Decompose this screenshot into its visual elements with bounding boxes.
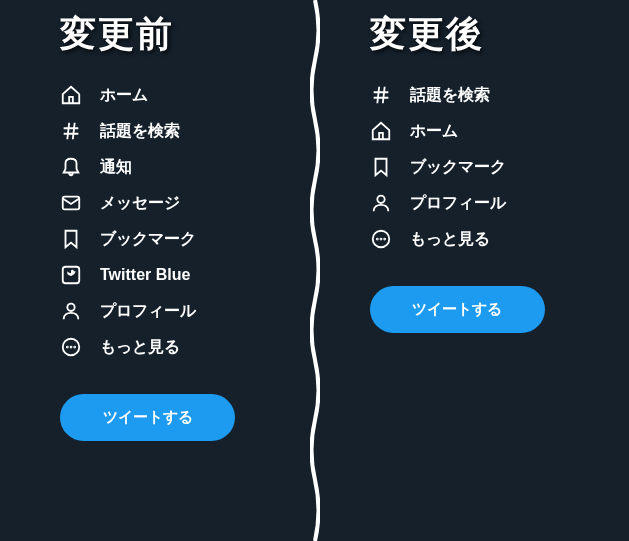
nav-label: プロフィール [410, 193, 506, 214]
svg-point-4 [67, 347, 68, 348]
home-icon [370, 120, 392, 142]
svg-point-10 [380, 239, 381, 240]
nav-label: 話題を検索 [100, 121, 180, 142]
nav-item-more[interactable]: もっと見る [370, 228, 600, 250]
nav-label: メッセージ [100, 193, 180, 214]
mail-icon [60, 192, 82, 214]
nav-item-notifications[interactable]: 通知 [60, 156, 290, 178]
after-title: 変更後 [370, 10, 600, 59]
nav-item-messages[interactable]: メッセージ [60, 192, 290, 214]
svg-point-2 [67, 304, 74, 311]
twitter-blue-icon [60, 264, 82, 286]
nav-item-twitter-blue[interactable]: Twitter Blue [60, 264, 290, 286]
svg-point-11 [384, 239, 385, 240]
hash-icon [370, 84, 392, 106]
nav-item-more[interactable]: もっと見る [60, 336, 290, 358]
after-column: 変更後 話題を検索 ホーム ブックマーク プロフィール [320, 0, 630, 541]
nav-item-profile[interactable]: プロフィール [370, 192, 600, 214]
svg-point-6 [74, 347, 75, 348]
hash-icon [60, 120, 82, 142]
svg-point-5 [71, 347, 72, 348]
nav-item-home[interactable]: ホーム [60, 84, 290, 106]
bell-icon [60, 156, 82, 178]
nav-item-bookmarks[interactable]: ブックマーク [370, 156, 600, 178]
before-title: 変更前 [60, 10, 290, 59]
nav-item-explore[interactable]: 話題を検索 [370, 84, 600, 106]
nav-label: ブックマーク [100, 229, 196, 250]
nav-label: Twitter Blue [100, 266, 190, 284]
bookmark-icon [370, 156, 392, 178]
before-column: 変更前 ホーム 話題を検索 通知 メッセージ [0, 0, 320, 541]
nav-label: プロフィール [100, 301, 196, 322]
nav-label: もっと見る [410, 229, 490, 250]
nav-item-bookmarks[interactable]: ブックマーク [60, 228, 290, 250]
svg-point-7 [377, 196, 384, 203]
tweet-button[interactable]: ツイートする [370, 286, 545, 333]
more-icon [370, 228, 392, 250]
nav-item-explore[interactable]: 話題を検索 [60, 120, 290, 142]
more-icon [60, 336, 82, 358]
bookmark-icon [60, 228, 82, 250]
nav-label: ホーム [410, 121, 458, 142]
nav-item-profile[interactable]: プロフィール [60, 300, 290, 322]
nav-label: 話題を検索 [410, 85, 490, 106]
profile-icon [370, 192, 392, 214]
svg-point-9 [376, 239, 377, 240]
home-icon [60, 84, 82, 106]
profile-icon [60, 300, 82, 322]
nav-label: ホーム [100, 85, 148, 106]
nav-label: 通知 [100, 157, 132, 178]
nav-label: もっと見る [100, 337, 180, 358]
nav-item-home[interactable]: ホーム [370, 120, 600, 142]
nav-label: ブックマーク [410, 157, 506, 178]
tweet-button[interactable]: ツイートする [60, 394, 235, 441]
